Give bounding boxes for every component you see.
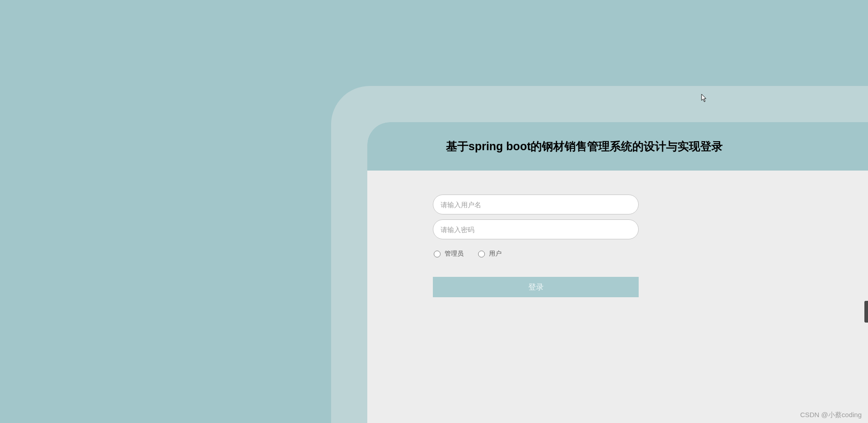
role-radio-admin[interactable]: 管理员 <box>434 250 464 258</box>
login-panel: 基于spring boot的钢材销售管理系统的设计与实现登录 管理员 用户 登录 <box>367 122 868 423</box>
login-form: 管理员 用户 登录 <box>433 195 639 297</box>
radio-icon <box>478 251 485 257</box>
radio-icon <box>434 251 441 257</box>
password-input[interactable] <box>433 219 639 239</box>
role-admin-label: 管理员 <box>445 250 464 258</box>
login-button[interactable]: 登录 <box>433 277 639 297</box>
username-input[interactable] <box>433 195 639 214</box>
header-bar: 基于spring boot的钢材销售管理系统的设计与实现登录 <box>367 122 868 171</box>
watermark: CSDN @小蔡coding <box>800 411 862 419</box>
page-title: 基于spring boot的钢材销售管理系统的设计与实现登录 <box>446 139 723 154</box>
role-user-label: 用户 <box>489 250 502 258</box>
side-widget[interactable] <box>864 301 868 323</box>
role-radio-user[interactable]: 用户 <box>478 250 502 258</box>
role-radio-group: 管理员 用户 <box>433 250 639 258</box>
